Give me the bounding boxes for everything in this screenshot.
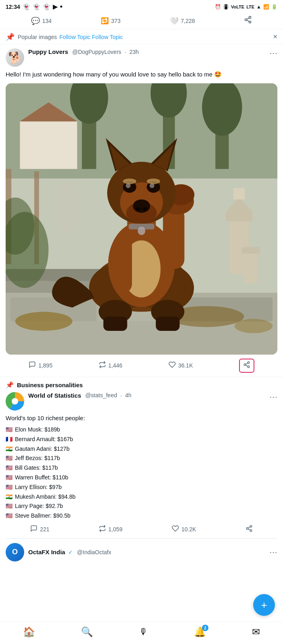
tweet-2-handle: @stats_feed	[85, 392, 117, 398]
tweet-1-name: Puppy Lovers	[28, 48, 68, 55]
lte-icon: LTE	[246, 4, 254, 9]
tweet-2-like-count: 10.2K	[181, 526, 196, 533]
svg-rect-46	[113, 235, 132, 293]
svg-rect-25	[244, 250, 257, 283]
tweet-3-meta: OctaFX India ✓ @IndiaOctafx	[28, 549, 111, 555]
messages-icon: ✉	[252, 626, 260, 638]
heart-icon: 🤍	[170, 17, 179, 25]
tweet-2-like-action[interactable]: 10.2K	[172, 525, 196, 534]
tweet-2-more-button[interactable]: ⋯	[269, 392, 277, 402]
tweet-2-avatar	[6, 392, 24, 411]
share-icon-highlighted	[243, 361, 250, 370]
richest-list-item: 🇺🇸Larry Ellison: $97b	[6, 483, 277, 492]
tweet-actions-bar: 💬 134 🔁 373 🤍 7,228	[0, 12, 283, 29]
status-left: 12:34 👻 👻 👻 ▶ •	[6, 2, 62, 11]
tweet-2-retweet-action[interactable]: 1,059	[99, 525, 123, 534]
time: 12:34	[6, 4, 20, 10]
svg-line-4	[247, 18, 249, 19]
ghost-icon1: 👻	[23, 3, 30, 10]
heart-icon	[169, 361, 176, 370]
follow-topic-button[interactable]: Follow Topic	[59, 34, 90, 40]
richest-list-item: 🇫🇷Bernard Arnault: $167b	[6, 435, 277, 444]
svg-rect-26	[241, 247, 260, 254]
heart-icon-2	[172, 525, 179, 534]
nav-spaces[interactable]: 🎙	[139, 627, 148, 637]
nav-messages[interactable]: ✉	[252, 626, 260, 638]
close-topic-button[interactable]: ×	[273, 33, 277, 41]
retweet-icon	[99, 361, 106, 370]
alarm-icon: ⏰	[215, 4, 221, 10]
signal-icon: ▲	[256, 4, 261, 10]
tweet-2-comment-count: 221	[40, 526, 49, 533]
nav-notifications[interactable]: 🔔 2	[194, 626, 206, 638]
tweet-1-header: 🐕 Puppy Lovers @DogPuppyLovers · 23h ⋯	[6, 48, 277, 67]
svg-point-0	[249, 17, 251, 19]
tweet-2-share-action[interactable]	[246, 525, 253, 534]
nav-search[interactable]: 🔍	[81, 626, 93, 638]
tweet-1-like-action[interactable]: 36.1K	[169, 361, 193, 370]
svg-point-59	[147, 178, 160, 184]
tweet-2-comment-action[interactable]: 221	[30, 525, 49, 534]
follow-topic-text[interactable]: Follow Topic	[92, 34, 123, 40]
share-icon	[244, 16, 252, 26]
tweet-1-footer: 1,895 1,446 36.1K	[6, 359, 277, 373]
tweet-1-share-action-highlighted[interactable]	[239, 359, 254, 373]
comment-icon: 💬	[31, 17, 40, 25]
dot-icon: •	[60, 2, 62, 11]
svg-point-74	[12, 398, 18, 405]
svg-point-53	[142, 207, 147, 211]
tweet-1-comment-action[interactable]: 1,895	[29, 361, 52, 370]
comment-icon-2	[30, 525, 37, 534]
tweet-1-text: Hello! I'm just wondering how many of yo…	[6, 70, 277, 79]
battery-icon: 🔋	[271, 4, 277, 10]
svg-point-68	[248, 361, 250, 363]
business-pin-icon: 📌	[6, 381, 14, 389]
tweet-1-handle: @DogPuppyLovers	[72, 49, 121, 55]
svg-point-51	[133, 199, 150, 213]
svg-rect-39	[156, 316, 179, 330]
compose-button[interactable]: +	[253, 594, 275, 616]
tweet-1-comment-count: 1,895	[38, 362, 52, 369]
svg-point-75	[250, 525, 252, 527]
nav-home[interactable]: 🏠	[23, 626, 35, 638]
svg-line-79	[248, 527, 250, 528]
tweet-2-time: 4h	[125, 392, 131, 398]
richest-list: 🇺🇸Elon Musk: $189b🇫🇷Bernard Arnault: $16…	[6, 425, 277, 521]
topic-label: Popular images	[18, 34, 57, 40]
richest-list-item: 🇺🇸Elon Musk: $189b	[6, 425, 277, 435]
business-topic-label: 📌 Business personalities	[6, 381, 277, 389]
svg-point-2	[249, 21, 251, 23]
tweet-2-retweet-count: 1,059	[108, 526, 123, 533]
tweet-1-more-button[interactable]: ⋯	[269, 48, 277, 58]
vibrate-icon: 📳	[223, 4, 229, 10]
search-icon: 🔍	[81, 626, 93, 638]
tweet-3-more-button[interactable]: ⋯	[269, 547, 277, 557]
svg-point-58	[123, 178, 136, 184]
richest-list-item: 🇺🇸Warren Buffet: $110b	[6, 473, 277, 483]
tweet-3-name: OctaFX India	[28, 549, 65, 555]
comment-action[interactable]: 💬 134	[31, 17, 52, 25]
tweet-1-retweet-count: 1,446	[108, 362, 123, 369]
compose-icon: +	[261, 599, 267, 611]
home-icon: 🏠	[23, 626, 35, 638]
ghost-icon2: 👻	[33, 3, 40, 10]
svg-rect-22	[226, 212, 252, 221]
tweet-1-retweet-action[interactable]: 1,446	[99, 361, 123, 370]
tweet-3-avatar: O	[6, 543, 24, 561]
svg-rect-24	[233, 188, 245, 199]
topic-section: 📌 Popular images Follow Topic Follow Top…	[0, 29, 283, 44]
svg-point-32	[53, 181, 82, 233]
svg-rect-7	[20, 121, 77, 169]
like-action[interactable]: 🤍 7,228	[170, 17, 195, 25]
like-count: 7,228	[181, 18, 195, 24]
tweet-2-header: World of Statistics @stats_feed · 4h ⋯	[6, 392, 277, 411]
retweet-action[interactable]: 🔁 373	[101, 17, 121, 25]
richest-list-item: 🇮🇳Gautam Adani: $127b	[6, 444, 277, 454]
svg-point-69	[244, 363, 246, 365]
svg-point-29	[235, 319, 273, 333]
status-right: ⏰ 📳 VoLTE LTE ▲ 📶 🔋	[215, 4, 277, 10]
topic-pin-icon: 📌	[6, 33, 15, 41]
svg-point-77	[250, 530, 252, 532]
svg-line-72	[246, 363, 248, 364]
share-action[interactable]	[244, 16, 252, 26]
